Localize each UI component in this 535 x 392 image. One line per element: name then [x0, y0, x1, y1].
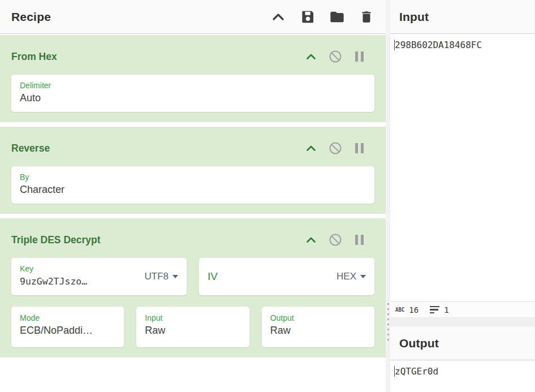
- breakpoint-pause-icon[interactable]: [355, 234, 364, 245]
- collapse-op-chevron-up-icon[interactable]: [306, 145, 316, 152]
- ingredient-label: Input: [145, 313, 240, 323]
- input-textarea[interactable]: 298B602DA18468FC: [390, 34, 535, 301]
- recipe-io-splitter[interactable]: [386, 0, 390, 392]
- disable-op-ban-icon[interactable]: [329, 141, 342, 155]
- input-text: 298B602DA18468FC: [395, 40, 482, 50]
- key-encoding-value: UTF8: [145, 271, 169, 282]
- ingredient-label: Delimiter: [20, 80, 366, 91]
- input-output-splitter[interactable]: [390, 317, 535, 326]
- ingredient-label: Key: [20, 264, 139, 274]
- mode-value: ECB/NoPaddi…: [20, 323, 115, 338]
- breakpoint-pause-icon[interactable]: [355, 51, 364, 62]
- line-count-icon: [430, 306, 439, 314]
- output-textarea[interactable]: zQTGEr0d: [390, 360, 535, 392]
- mode-select[interactable]: Mode ECB/NoPaddi…: [11, 307, 124, 347]
- input-title: Input: [399, 10, 429, 24]
- key-field[interactable]: Key 9uzGw2TJszo… UTF8: [11, 258, 187, 295]
- dropdown-caret-icon: [172, 275, 178, 278]
- operation-reverse[interactable]: Reverse: [0, 127, 386, 214]
- ingredient-label: Output: [270, 313, 366, 323]
- load-recipe-folder-icon[interactable]: [329, 9, 345, 25]
- ingredient-label: Mode: [20, 313, 115, 323]
- breakpoint-pause-icon[interactable]: [355, 143, 364, 154]
- clear-recipe-trash-icon[interactable]: [359, 9, 374, 25]
- collapse-recipe-chevron-up-icon[interactable]: [270, 9, 286, 25]
- splitter-drag-handle-dots: [387, 303, 389, 341]
- reverse-by-select[interactable]: By Character: [11, 166, 374, 204]
- operation-header: Reverse: [11, 141, 374, 155]
- output-title: Output: [399, 337, 439, 350]
- operation-triple-des-decrypt[interactable]: Triple DES Decrypt: [0, 218, 386, 357]
- char-count-value: 16: [409, 305, 418, 315]
- operation-header: From Hex: [11, 50, 374, 63]
- recipe-panel: Recipe: [0, 0, 386, 392]
- collapse-op-chevron-up-icon[interactable]: [306, 237, 316, 243]
- char-count-icon: ABC: [395, 307, 404, 313]
- disable-op-ban-icon[interactable]: [329, 50, 342, 63]
- collapse-op-chevron-up-icon[interactable]: [306, 54, 316, 60]
- operation-title: Triple DES Decrypt: [11, 234, 101, 246]
- recipe-title: Recipe: [11, 10, 51, 24]
- input-type-value: Raw: [145, 323, 240, 338]
- cyberchef-app: Recipe: [0, 0, 535, 392]
- iv-encoding-dropdown[interactable]: HEX: [336, 271, 366, 282]
- recipe-operation-list: From Hex: [0, 34, 386, 392]
- ingredient-value: Auto: [20, 91, 366, 106]
- output-text: zQTGEr0d: [395, 366, 438, 377]
- iv-field[interactable]: IV HEX: [199, 258, 374, 295]
- delimiter-select[interactable]: Delimiter Auto: [11, 75, 374, 112]
- operation-header: Triple DES Decrypt: [11, 233, 374, 247]
- save-recipe-icon[interactable]: [300, 9, 316, 25]
- input-type-select[interactable]: Input Raw: [136, 307, 249, 347]
- operation-title: Reverse: [11, 143, 50, 154]
- output-header: Output: [390, 326, 535, 360]
- ingredient-label: By: [20, 172, 366, 182]
- output-type-select[interactable]: Output Raw: [262, 307, 374, 347]
- io-panel: Input 298B602DA18468FC ABC 16 1 Output z…: [390, 0, 535, 392]
- key-value: 9uzGw2TJszo…: [20, 274, 139, 289]
- iv-encoding-value: HEX: [336, 271, 356, 282]
- iv-placeholder-label: IV: [208, 270, 331, 283]
- operation-title: From Hex: [11, 51, 57, 63]
- key-encoding-dropdown[interactable]: UTF8: [145, 271, 179, 282]
- output-type-value: Raw: [270, 323, 366, 338]
- operation-from-hex[interactable]: From Hex: [0, 35, 386, 122]
- recipe-header: Recipe: [0, 0, 386, 34]
- input-stats-bar: ABC 16 1: [390, 301, 535, 317]
- dropdown-caret-icon: [360, 275, 366, 278]
- line-count-value: 1: [444, 305, 448, 315]
- ingredient-value: Character: [20, 182, 366, 197]
- disable-op-ban-icon[interactable]: [329, 233, 342, 247]
- recipe-header-icons: [270, 9, 374, 25]
- input-header: Input: [390, 0, 535, 34]
